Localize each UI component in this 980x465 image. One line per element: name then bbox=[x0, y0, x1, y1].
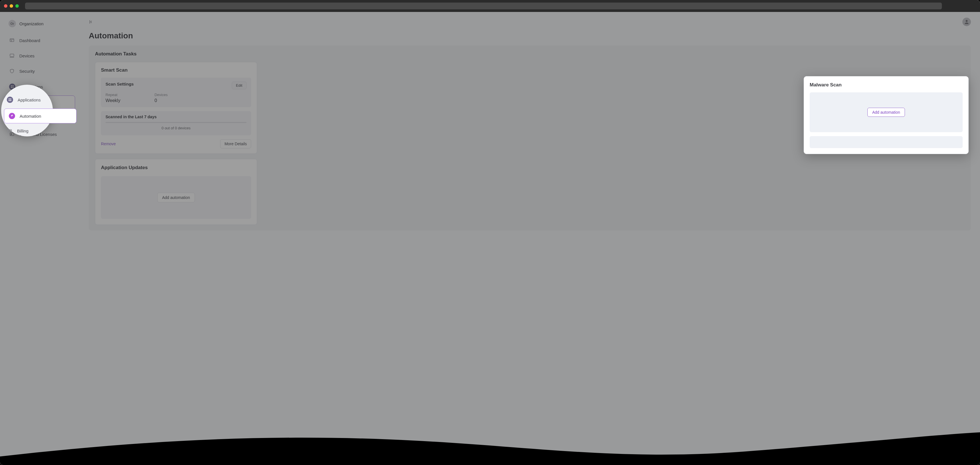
edit-scan-settings-button[interactable]: Edit bbox=[232, 82, 247, 89]
smart-scan-heading: Smart Scan bbox=[101, 67, 251, 73]
dashboard-icon bbox=[9, 38, 15, 43]
svg-rect-15 bbox=[9, 98, 10, 100]
sidebar: Or Organization Dashboard Devices bbox=[0, 12, 80, 465]
shield-icon bbox=[9, 68, 15, 74]
scanned-last7-box: Scanned in the Last 7 days 0 out of 0 de… bbox=[101, 111, 251, 135]
user-avatar[interactable] bbox=[963, 17, 971, 26]
monitor-icon bbox=[9, 53, 15, 59]
close-window-button[interactable] bbox=[4, 4, 7, 8]
nav-label: Applications bbox=[18, 97, 41, 102]
nav-label: Devices bbox=[19, 54, 34, 58]
spotlight-nav-copy: Applications Automation Billing bbox=[1, 85, 80, 139]
page-title: Automation bbox=[89, 31, 971, 40]
sidebar-item-dashboard[interactable]: Dashboard bbox=[5, 33, 75, 47]
browser-urlbar[interactable] bbox=[25, 3, 942, 10]
progress-bar bbox=[105, 122, 247, 123]
nav-label: Dashboard bbox=[19, 38, 40, 43]
spotlight-item-automation[interactable]: Automation bbox=[4, 109, 76, 123]
sidebar-item-devices[interactable]: Devices bbox=[5, 49, 75, 62]
devices-value: 0 bbox=[154, 98, 167, 103]
sidebar-item-security[interactable]: Security bbox=[5, 64, 75, 78]
minimize-window-button[interactable] bbox=[10, 4, 13, 8]
svg-rect-18 bbox=[10, 100, 11, 101]
svg-point-14 bbox=[966, 20, 968, 22]
malware-scan-card: Malware Scan Add automation bbox=[804, 76, 969, 154]
svg-rect-16 bbox=[10, 98, 11, 100]
svg-rect-0 bbox=[10, 39, 14, 42]
progress-text: 0 out of 0 devices bbox=[105, 126, 247, 130]
devices-label: Devices bbox=[154, 93, 167, 97]
org-name: Organization bbox=[19, 21, 43, 26]
maximize-window-button[interactable] bbox=[15, 4, 19, 8]
malware-scan-heading: Malware Scan bbox=[810, 82, 963, 88]
org-header[interactable]: Or Organization bbox=[0, 17, 80, 33]
billing-icon bbox=[7, 128, 13, 133]
svg-rect-3 bbox=[10, 54, 14, 57]
app-window: Or Organization Dashboard Devices bbox=[0, 0, 980, 465]
collapse-sidebar-button[interactable] bbox=[89, 19, 94, 24]
remove-automation-link[interactable]: Remove bbox=[101, 141, 116, 146]
spotlight-item-applications[interactable]: Applications bbox=[1, 93, 80, 107]
repeat-col: Repeat Weekly bbox=[105, 93, 120, 103]
app-updates-placeholder: Add automation bbox=[101, 176, 251, 219]
nav-label: Security bbox=[19, 69, 35, 74]
add-automation-button-app-updates[interactable]: Add automation bbox=[157, 193, 195, 202]
window-titlebar bbox=[0, 0, 980, 12]
repeat-label: Repeat bbox=[105, 93, 120, 97]
more-details-button[interactable]: More Details bbox=[220, 139, 251, 148]
malware-scan-footer-placeholder bbox=[810, 136, 963, 148]
org-badge: Or bbox=[8, 20, 16, 27]
smart-scan-card: Smart Scan Scan Settings Edit Repeat Wee… bbox=[95, 62, 257, 154]
scan-settings-label: Scan Settings bbox=[105, 82, 134, 86]
svg-rect-19 bbox=[8, 130, 12, 132]
traffic-lights bbox=[4, 4, 19, 8]
main-topbar bbox=[89, 17, 971, 26]
devices-col: Devices 0 bbox=[154, 93, 167, 103]
spotlight-item-billing[interactable]: Billing bbox=[1, 124, 80, 138]
scanned-title: Scanned in the Last 7 days bbox=[105, 114, 247, 119]
panel-title: Automation Tasks bbox=[95, 51, 965, 57]
malware-scan-placeholder: Add automation bbox=[810, 92, 963, 132]
app-area: Or Organization Dashboard Devices bbox=[0, 12, 980, 465]
automation-icon bbox=[9, 113, 15, 119]
repeat-value: Weekly bbox=[105, 98, 120, 103]
nav-label: Automation bbox=[20, 114, 41, 119]
application-updates-heading: Application Updates bbox=[101, 165, 251, 171]
apps-icon bbox=[7, 97, 13, 103]
smart-scan-footer: Remove More Details bbox=[101, 139, 251, 148]
application-updates-card: Application Updates Add automation bbox=[95, 159, 257, 225]
svg-rect-17 bbox=[9, 100, 10, 101]
add-automation-button-malware[interactable]: Add automation bbox=[867, 108, 905, 117]
scan-settings-box: Scan Settings Edit Repeat Weekly Devices… bbox=[101, 78, 251, 107]
nav-label: Billing bbox=[17, 129, 29, 133]
